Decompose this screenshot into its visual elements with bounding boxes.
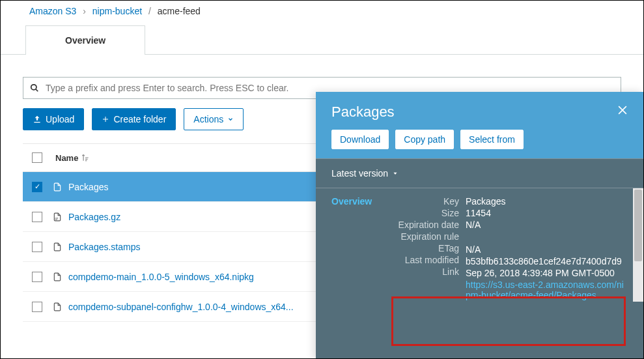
file-icon: gz xyxy=(53,212,62,222)
value-last-modified: Sep 26, 2018 4:39:48 PM GMT-0500 xyxy=(466,268,625,278)
create-folder-button[interactable]: Create folder xyxy=(92,108,176,130)
value-exp-rule: N/A xyxy=(466,244,625,255)
scroll-thumb[interactable] xyxy=(634,190,642,261)
value-key: Packages xyxy=(466,196,625,207)
search-icon xyxy=(30,83,39,93)
label-exp-date: Expiration date xyxy=(381,220,459,230)
row-checkbox[interactable] xyxy=(32,242,42,252)
download-button[interactable]: Download xyxy=(331,130,389,149)
version-label: Latest version xyxy=(331,168,388,179)
panel-header: Packages Download Copy path Select from xyxy=(316,92,643,158)
file-icon xyxy=(53,182,62,192)
file-icon xyxy=(53,302,62,312)
breadcrumb: Amazon S3 › nipm-bucket / acme-feed xyxy=(1,1,643,22)
details-panel: Packages Download Copy path Select from … xyxy=(316,92,643,359)
chevron-down-icon xyxy=(227,116,234,122)
upload-button[interactable]: Upload xyxy=(23,108,84,130)
value-etag: b53bfb6133c860e1cef24e7d7400d7d9 xyxy=(466,256,625,266)
sort-icon xyxy=(81,153,90,162)
create-folder-label: Create folder xyxy=(113,114,166,124)
object-name[interactable]: Packages xyxy=(68,182,108,192)
upload-label: Upload xyxy=(46,114,74,124)
value-exp-date: N/A xyxy=(466,220,625,230)
svg-line-1 xyxy=(36,89,38,92)
file-icon xyxy=(53,272,62,282)
panel-body: Overview Key Size Expiration date Expira… xyxy=(316,188,643,302)
object-name[interactable]: Packages.gz xyxy=(68,212,120,222)
breadcrumb-current: acme-feed xyxy=(158,6,201,16)
label-etag: ETag xyxy=(381,243,459,253)
row-checkbox[interactable] xyxy=(32,302,42,312)
close-icon xyxy=(616,104,629,117)
caret-down-icon xyxy=(392,170,399,177)
slash-sep: / xyxy=(148,6,151,16)
overview-tab-label[interactable]: Overview xyxy=(316,196,381,302)
select-all-checkbox[interactable] xyxy=(32,152,42,163)
label-link: Link xyxy=(381,266,459,277)
panel-actions: Download Copy path Select from xyxy=(331,130,628,149)
tab-overview[interactable]: Overview xyxy=(25,25,145,55)
svg-point-0 xyxy=(31,85,36,90)
actions-dropdown[interactable]: Actions xyxy=(184,108,244,130)
file-icon xyxy=(53,242,62,252)
label-exp-rule: Expiration rule xyxy=(381,231,459,242)
breadcrumb-root[interactable]: Amazon S3 xyxy=(29,6,76,16)
row-checkbox[interactable] xyxy=(32,212,42,222)
breadcrumb-bucket[interactable]: nipm-bucket xyxy=(92,6,142,16)
object-name[interactable]: compdemo-main_1.0.0-5_windows_x64.nipkg xyxy=(68,272,254,282)
copy-path-button[interactable]: Copy path xyxy=(395,130,454,149)
value-link[interactable]: https://s3.us-east-2.amazonaws.com/nipm-… xyxy=(466,280,625,300)
label-last-modified: Last modified xyxy=(381,255,459,265)
plus-icon xyxy=(102,115,109,123)
row-checkbox[interactable]: ✓ xyxy=(32,182,42,192)
scrollbar[interactable] xyxy=(633,188,643,302)
label-key: Key xyxy=(381,196,459,207)
highlight-box xyxy=(391,296,626,346)
version-selector[interactable]: Latest version xyxy=(316,159,643,188)
svg-marker-5 xyxy=(394,173,397,175)
value-size: 11454 xyxy=(466,208,625,218)
object-name[interactable]: compdemo-subpanel-confighw_1.0.0-4_windo… xyxy=(68,302,294,312)
upload-icon xyxy=(33,115,42,124)
actions-label: Actions xyxy=(193,114,223,124)
label-size: Size xyxy=(381,208,459,218)
chevron-right-icon: › xyxy=(83,6,86,16)
column-name[interactable]: Name xyxy=(55,153,90,163)
svg-text:gz: gz xyxy=(55,217,59,220)
object-name[interactable]: Packages.stamps xyxy=(68,242,141,252)
close-button[interactable] xyxy=(616,104,629,119)
tabs: Overview xyxy=(1,25,643,55)
panel-title: Packages xyxy=(331,104,628,121)
select-from-button[interactable]: Select from xyxy=(460,130,524,149)
row-checkbox[interactable] xyxy=(32,272,42,282)
